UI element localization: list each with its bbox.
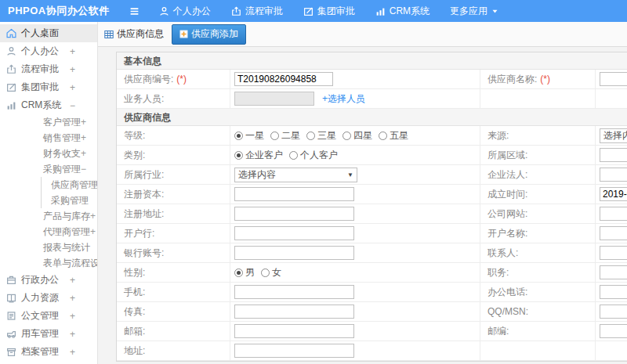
legal-person-input[interactable] [600, 168, 627, 182]
registered-address-input[interactable] [234, 207, 354, 221]
radio-circle-icon [270, 132, 279, 140]
account-name-input[interactable] [600, 226, 627, 240]
nav-label: 个人办公 [173, 5, 211, 18]
sidebar-item-agent-mgmt[interactable]: 代理商管理+ [0, 224, 97, 240]
registered-capital-input[interactable] [234, 187, 354, 201]
sidebar-item-form-flow-settings[interactable]: 表单与流程设置+ [0, 255, 97, 271]
sidebar-item-label: 用车管理 [21, 327, 59, 341]
expand-toggle[interactable]: + [70, 82, 75, 93]
founded-date-input[interactable] [600, 187, 627, 201]
required-marker: (*) [176, 74, 187, 85]
field-label: 办公电话: [487, 286, 527, 299]
choose-person-link[interactable]: +选择人员 [322, 92, 365, 106]
nav-more-apps[interactable]: 更多应用 [450, 5, 498, 18]
nav-personal-office[interactable]: 个人办公 [159, 5, 211, 18]
sidebar-item-reports-stats[interactable]: 报表与统计 [0, 240, 97, 255]
field-label: 联系人: [487, 247, 518, 260]
company-website-input[interactable] [600, 207, 627, 221]
sidebar-item-crm-system[interactable]: CRM系统− [0, 96, 97, 114]
field-label: 供应商编号: [124, 73, 173, 86]
zip-code-input[interactable] [600, 324, 627, 338]
field-label-cell: 公司网站: [480, 204, 596, 223]
field-input-cell [230, 243, 480, 262]
region-input[interactable] [600, 148, 627, 162]
sidebar-item-sales-mgmt[interactable]: 销售管理+ [0, 130, 97, 146]
sidebar-item-document-mgmt[interactable]: 公文管理+ [0, 307, 97, 325]
expand-toggle[interactable]: + [70, 311, 75, 322]
field-input-cell [230, 224, 480, 243]
position-input[interactable] [600, 265, 627, 279]
expand-toggle[interactable]: + [70, 275, 75, 286]
expand-toggle[interactable]: + [81, 117, 86, 128]
bank-account-input[interactable] [234, 246, 354, 260]
level-radio-option[interactable]: 三星 [306, 129, 336, 142]
nav-group-approval[interactable]: 集团审批 [303, 5, 355, 18]
sidebar-item-admin-office[interactable]: 行政办公+ [0, 271, 97, 289]
level-radio-option[interactable]: 一星 [234, 129, 264, 142]
source-select[interactable]: 选择内容▼ [600, 128, 627, 143]
field-input-cell: 选择内容▼ [596, 126, 627, 145]
level-radio-option[interactable]: 二星 [270, 129, 300, 142]
fax-input[interactable] [234, 305, 354, 319]
form-row: 注册资本:成立时间: [117, 185, 627, 204]
sidebar-item-purchase-mgmt[interactable]: 采购管理− [0, 161, 97, 177]
mobile-input[interactable] [234, 285, 354, 299]
level-radio-option[interactable]: 四星 [342, 129, 372, 142]
expand-toggle[interactable]: + [90, 211, 96, 222]
field-input-cell: 选择内容▼ [230, 165, 480, 184]
sidebar-item-vehicle-mgmt[interactable]: 用车管理+ [0, 325, 97, 343]
expand-toggle[interactable]: + [90, 226, 96, 237]
menu-toggle[interactable] [129, 6, 140, 16]
sidebar-item-hr[interactable]: 人力资源+ [0, 289, 97, 307]
expand-toggle[interactable]: + [70, 293, 75, 304]
level-radio-option[interactable]: 五星 [379, 129, 408, 142]
nav-workflow-approval[interactable]: 流程审批 [231, 5, 283, 18]
supplier-add-form: 基本信息供应商编号:(*)供应商名称:(*)业务人员:+选择人员供应商信息等级:… [116, 52, 627, 362]
supplier-name-input[interactable] [600, 72, 627, 86]
sidebar-item-archive-mgmt[interactable]: 档案管理+ [0, 343, 97, 361]
business-person-input[interactable] [234, 92, 314, 106]
category-radio-option[interactable]: 企业客户 [234, 149, 283, 162]
field-label-cell: 联系人: [480, 243, 596, 262]
nav-label: 更多应用 [450, 5, 487, 18]
expand-toggle[interactable]: + [81, 148, 86, 159]
sidebar-item-purchasing[interactable]: 采购管理 [41, 193, 97, 208]
address-input[interactable] [234, 344, 354, 358]
field-input-cell [596, 263, 627, 282]
gender-radio-option[interactable]: 男 [234, 266, 255, 279]
upload-icon [231, 6, 241, 16]
gender-radio-option[interactable]: 女 [261, 266, 281, 279]
supplier-code-input[interactable] [234, 72, 333, 86]
category-radio-option[interactable]: 个人客户 [289, 149, 338, 162]
expand-toggle[interactable]: − [81, 164, 86, 175]
sidebar-item-personal-desktop[interactable]: 个人桌面 [0, 24, 97, 42]
expand-toggle[interactable]: + [70, 329, 75, 340]
sidebar-item-personal-office[interactable]: 个人办公+ [0, 42, 97, 60]
bank-branch-input[interactable] [234, 226, 354, 240]
qq-msn-input[interactable] [600, 305, 627, 319]
radio-label: 个人客户 [300, 149, 338, 162]
expand-toggle[interactable]: + [70, 64, 75, 75]
expand-toggle[interactable]: + [81, 132, 86, 143]
industry-select[interactable]: 选择内容▼ [234, 168, 357, 182]
expand-toggle[interactable]: + [70, 46, 75, 57]
office-phone-input[interactable] [600, 285, 627, 299]
sidebar-item-workflow-approval[interactable]: 流程审批+ [0, 60, 97, 78]
expand-toggle[interactable]: − [70, 100, 75, 111]
field-input-cell [230, 70, 480, 88]
sidebar-item-finance[interactable]: 财务收支+ [0, 146, 97, 161]
tab-supplier-info-tab[interactable]: 供应商信息 [104, 27, 164, 41]
sidebar-item-product-inventory[interactable]: 产品与库存+ [0, 208, 97, 224]
email-input[interactable] [234, 324, 354, 338]
sidebar-item-label: 行政办公 [21, 273, 59, 287]
nav-crm-system[interactable]: CRM系统 [375, 5, 429, 18]
contact-person-input[interactable] [600, 246, 627, 260]
expand-toggle[interactable]: + [70, 347, 75, 358]
sidebar-item-group-approval[interactable]: 集团审批+ [0, 78, 97, 96]
field-label-cell: 所属行业: [117, 165, 230, 184]
sidebar-item-customer-mgmt[interactable]: 客户管理+ [0, 114, 97, 130]
field-label-cell: 业务人员: [117, 89, 230, 108]
sidebar-item-supplier-mgmt[interactable]: 供应商管理 [41, 177, 97, 193]
tab-supplier-add-tab[interactable]: 供应商添加 [172, 24, 246, 45]
sidebar-item-label: 报表与统计 [43, 241, 90, 254]
